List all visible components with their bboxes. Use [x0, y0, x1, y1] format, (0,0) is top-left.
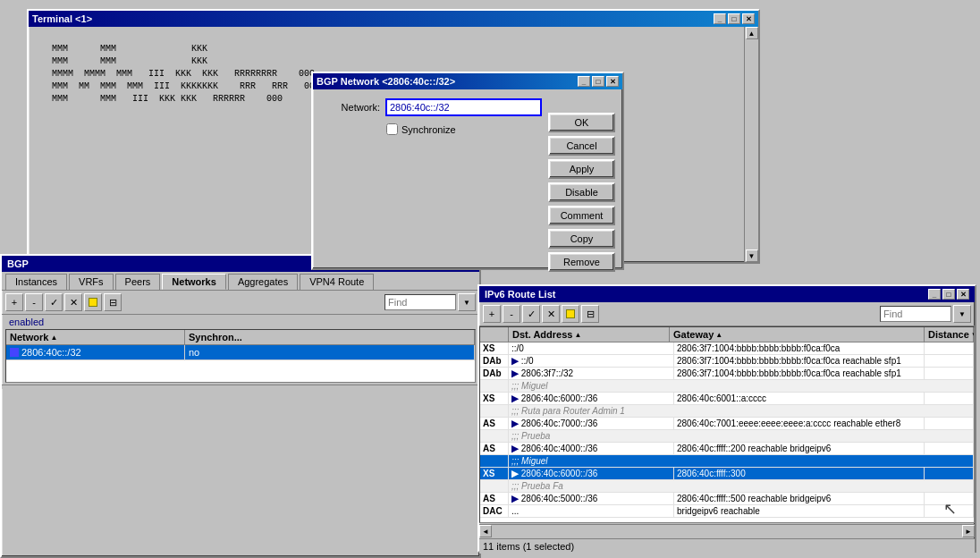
terminal-close-button[interactable]: ✕ [742, 13, 755, 24]
gateway-cell: 2806:3f7:1004:bbbb:bbbb:bbbb:f0ca:f0ca [674, 342, 925, 354]
network-col-header[interactable]: Network ▲ [6, 330, 185, 344]
gateway-cell: bridgeipv6 reachable [674, 505, 925, 517]
bgp-grid-header: Network ▲ Synchron... [6, 330, 475, 345]
distance-cell [925, 368, 974, 379]
bgp-network-dialog: BGP Network <2806:40c::/32> _ □ ✕ Networ… [311, 72, 624, 270]
terminal-titlebar-buttons: _ □ ✕ [714, 13, 755, 24]
ipv6-x-button[interactable]: ✕ [542, 305, 560, 323]
route-arrow: ▶ [511, 356, 519, 366]
dialog-titlebar-buttons: _ □ ✕ [578, 76, 619, 87]
star-button[interactable] [84, 293, 102, 311]
remove-button[interactable]: Remove [548, 252, 615, 272]
tab-aggregates[interactable]: Aggregates [228, 274, 298, 290]
distance-col-header[interactable]: Distance ▼ [925, 327, 974, 342]
x-button[interactable]: ✕ [64, 293, 82, 311]
route-arrow: ▶ [511, 418, 519, 428]
gateway-cell: 2806:3f7:1004:bbbb:bbbb:bbbb:f0ca:f0ca r… [674, 368, 925, 379]
ipv6-toolbar-find: ▼ [880, 305, 971, 323]
route-arrow: ▶ [511, 393, 519, 403]
tab-vpn4route[interactable]: VPN4 Route [300, 274, 374, 290]
ok-button[interactable]: OK [548, 113, 615, 132]
find-dropdown[interactable]: ▼ [458, 293, 476, 311]
type-cell: DAC [480, 505, 509, 517]
apply-button[interactable]: Apply [548, 159, 615, 179]
table-row[interactable]: DAC ... bridgeipv6 reachable [480, 505, 974, 518]
ipv6-filter-button[interactable]: ⊟ [581, 305, 599, 323]
table-row[interactable]: XS ::/0 2806:3f7:1004:bbbb:bbbb:bbbb:f0c… [480, 342, 974, 355]
dst-col-header[interactable]: Dst. Address ▲ [509, 327, 670, 342]
network-col-label: Network [10, 332, 48, 342]
tab-vrfs[interactable]: VRFs [69, 274, 114, 290]
distance-sort-icon: ▼ [971, 331, 975, 339]
gateway-cell: 2806:40c:ffff::500 reachable bridgeipv6 [674, 493, 925, 504]
network-input[interactable] [385, 98, 542, 116]
dialog-maximize-button[interactable]: □ [592, 76, 604, 87]
tab-peers[interactable]: Peers [115, 274, 161, 290]
dialog-close-button[interactable]: ✕ [606, 76, 619, 87]
copy-button[interactable]: Copy [548, 229, 615, 249]
cancel-button[interactable]: Cancel [548, 136, 615, 156]
ipv6-check-button[interactable]: ✓ [522, 305, 540, 323]
dst-cell: ▶ 2806:40c:6000::/36 [509, 468, 674, 479]
tab-networks[interactable]: Networks [162, 274, 226, 290]
ipv6-star-button[interactable] [562, 305, 579, 323]
ipv6-close-button[interactable]: ✕ [957, 289, 969, 300]
ipv6-grid[interactable]: Dst. Address ▲ Gateway ▲ Distance ▼ XS :… [479, 326, 975, 523]
add-button[interactable]: + [5, 293, 23, 311]
comment-button[interactable]: Comment [548, 206, 615, 225]
table-row[interactable]: XS ▶ 2806:40c:6000::/36 2806:40c:6001::a… [480, 393, 974, 405]
table-row[interactable]: AS ▶ 2806:40c:4000::/36 2806:40c:ffff::2… [480, 443, 974, 455]
bgp-tab-bar: Instances VRFs Peers Networks Aggregates… [2, 272, 479, 291]
type-col-header[interactable] [480, 327, 509, 342]
network-sort-icon: ▲ [50, 334, 57, 342]
synchronize-row: Synchronize [386, 123, 542, 135]
ipv6-minimize-button[interactable]: _ [928, 289, 941, 300]
ipv6-find-dropdown[interactable]: ▼ [953, 305, 971, 323]
disable-button[interactable]: Disable [548, 182, 615, 202]
table-row[interactable]: 2806:40c::/32 no [6, 345, 475, 360]
scroll-right-arrow[interactable]: ► [962, 525, 975, 537]
type-cell [480, 480, 509, 492]
distance-col-label: Distance [928, 329, 969, 340]
tab-instances[interactable]: Instances [5, 274, 67, 290]
dst-cell: ▶ 2806:40c:6000::/36 [509, 393, 674, 404]
scroll-down-arrow[interactable]: ▼ [746, 249, 758, 262]
terminal-maximize-button[interactable]: □ [728, 13, 740, 24]
gateway-col-header[interactable]: Gateway ▲ [670, 327, 925, 342]
dst-cell: ▶ 2806:3f7::/32 [509, 368, 674, 379]
terminal-minimize-button[interactable]: _ [714, 13, 726, 24]
bgp-status: enabled [2, 315, 479, 329]
ipv6-panel: IPv6 Route List _ □ ✕ + - ✓ ✕ ⊟ ▼ Dst. A… [477, 284, 976, 553]
terminal-title: Terminal <1> [32, 13, 92, 24]
table-row[interactable]: AS ▶ 2806:40c:5000::/36 2806:40c:ffff::5… [480, 493, 974, 505]
type-cell: XS [480, 468, 509, 479]
ipv6-find-input[interactable] [880, 306, 951, 322]
table-row-selected[interactable]: XS ▶ 2806:40c:6000::/36 2806:40c:ffff::3… [480, 468, 974, 480]
scroll-left-arrow[interactable]: ◄ [479, 525, 492, 537]
dialog-minimize-button[interactable]: _ [578, 76, 590, 87]
terminal-scrollbar: ▲ ▼ [744, 27, 758, 262]
find-input[interactable] [384, 294, 456, 310]
network-field-row: Network: [322, 98, 542, 116]
distance-cell [925, 355, 974, 367]
sync-col-header[interactable]: Synchron... [185, 330, 475, 344]
check-button[interactable]: ✓ [45, 293, 63, 311]
filter-button[interactable]: ⊟ [104, 293, 122, 311]
remove-button-toolbar[interactable]: - [25, 293, 43, 311]
table-row[interactable]: DAb ▶ 2806:3f7::/32 2806:3f7:1004:bbbb:b… [480, 368, 974, 380]
ipv6-add-button[interactable]: + [483, 305, 501, 323]
ipv6-remove-button[interactable]: - [503, 305, 520, 323]
table-row[interactable]: DAb ▶ ::/0 2806:3f7:1004:bbbb:bbbb:bbbb:… [480, 355, 974, 368]
distance-cell [925, 418, 974, 429]
ipv6-maximize-button[interactable]: □ [942, 289, 955, 300]
scrollbar-track-h[interactable] [492, 525, 962, 537]
bgp-panel: BGP Instances VRFs Peers Networks Aggreg… [0, 254, 481, 558]
ipv6-toolbar: + - ✓ ✕ ⊟ ▼ [479, 302, 975, 326]
synchronize-checkbox[interactable] [386, 123, 398, 135]
distance-cell [925, 443, 974, 454]
dst-col-label: Dst. Address [512, 329, 572, 340]
scroll-up-arrow[interactable]: ▲ [746, 27, 758, 39]
bgp-grid[interactable]: Network ▲ Synchron... 2806:40c::/32 no [5, 329, 476, 383]
terminal-titlebar: Terminal <1> _ □ ✕ [29, 11, 758, 27]
table-row[interactable]: AS ▶ 2806:40c:7000::/36 2806:40c:7001:ee… [480, 418, 974, 430]
